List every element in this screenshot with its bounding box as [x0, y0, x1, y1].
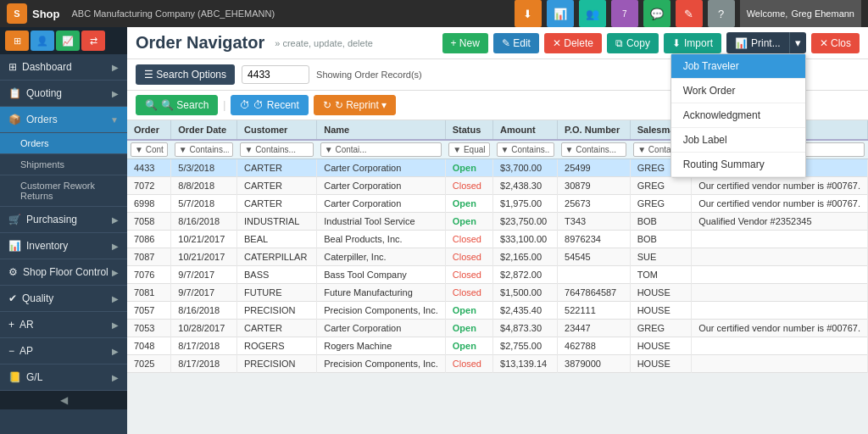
sidebar-sub-shipments[interactable]: Shipments	[0, 154, 127, 175]
sidebar-item-orders[interactable]: 📦Orders ▼	[0, 107, 127, 133]
search-icon: 🔍	[145, 99, 158, 111]
cell-po-number: 522111	[558, 302, 631, 320]
cell-amount: $4,873.30	[493, 320, 558, 337]
filter-cell-5[interactable]	[493, 140, 558, 159]
sidebar-icon-blue[interactable]: 👤	[31, 31, 54, 51]
sidebar-icon-orange[interactable]: ⊞	[5, 31, 29, 51]
search-button[interactable]: 🔍 🔍 Search	[136, 95, 218, 115]
filter-input-0[interactable]	[131, 142, 168, 157]
filter-cell-0[interactable]	[127, 140, 171, 159]
cell-name: Industrial Tool Service	[317, 213, 446, 231]
sidebar-item-quoting[interactable]: 📋Quoting ▶	[0, 81, 127, 107]
sidebar-item-shop-floor[interactable]: ⚙Shop Floor Control ▶	[0, 259, 127, 286]
sidebar-collapse-toggle[interactable]: ◀	[0, 391, 127, 409]
sidebar-sub-orders[interactable]: Orders	[0, 133, 127, 154]
people-icon[interactable]: 👥	[579, 0, 606, 27]
filter-input-4[interactable]	[448, 142, 489, 157]
page-title: Order Navigator	[136, 33, 264, 53]
cell-salesman: GREG	[630, 177, 692, 195]
filter-cell-1[interactable]	[171, 140, 237, 159]
table-row[interactable]: 705310/28/2017CARTERCarter CorporationOp…	[127, 320, 868, 337]
table-row[interactable]: 70578/16/2018PRECISIONPrecision Componen…	[127, 302, 868, 320]
sidebar-item-quality[interactable]: ✔Quality ▶	[0, 286, 127, 312]
showing-text: Showing Order Record(s)	[316, 70, 422, 80]
download-icon[interactable]: ⬇	[515, 0, 542, 27]
order-no-input[interactable]	[242, 65, 309, 84]
chat-icon[interactable]: 💬	[643, 0, 670, 27]
import-icon: ⬇	[672, 37, 681, 49]
reprint-button[interactable]: ↻ ↻ Reprint ▾	[314, 95, 396, 115]
sidebar-item-inventory[interactable]: 📊Inventory ▶	[0, 233, 127, 259]
table-row[interactable]: 69985/7/2018CARTERCarter CorporationOpen…	[127, 195, 868, 213]
col-header-amount: Amount	[493, 120, 558, 140]
help-icon[interactable]: ?	[708, 0, 735, 27]
badge-icon[interactable]: 7	[611, 0, 638, 27]
sidebar-item-purchasing[interactable]: 🛒Purchasing ▶	[0, 207, 127, 233]
copy-button[interactable]: ⧉ Copy	[607, 33, 659, 53]
close-button[interactable]: ✕ Clos	[811, 33, 860, 53]
sidebar-sub-customer-rework[interactable]: Customer Rework Returns	[0, 175, 127, 207]
sidebar-item-dashboard[interactable]: ⊞Dashboard ▶	[0, 54, 127, 81]
filter-cell-6[interactable]	[558, 140, 631, 159]
table-row[interactable]: 70488/17/2018ROGERSRogers MachineOpen$2,…	[127, 337, 868, 355]
cell-order: 7081	[127, 284, 171, 302]
cell-status: Closed	[445, 284, 492, 302]
print-dropdown-arrow[interactable]: ▾	[789, 32, 806, 53]
table-row[interactable]: 708610/21/2017BEALBeal Products, Inc.Clo…	[127, 231, 868, 248]
table-row[interactable]: 70819/7/2017FUTUREFuture ManufacturingCl…	[127, 284, 868, 302]
print-job-label[interactable]: Job Label	[671, 128, 805, 153]
cell-status: Open	[445, 337, 492, 355]
filter-input-6[interactable]	[561, 142, 627, 157]
app-logo: S	[7, 3, 27, 24]
cell-notes	[692, 302, 868, 320]
table-row[interactable]: 70728/8/2018CARTERCarter CorporationClos…	[127, 177, 868, 195]
cell-customer: CARTER	[236, 195, 316, 213]
app-name: Shop	[32, 8, 60, 20]
print-acknowledgment[interactable]: Acknowledgment	[671, 103, 805, 128]
sidebar-label-ap: AP	[19, 345, 33, 357]
sidebar-item-ap[interactable]: −AP ▶	[0, 338, 127, 364]
cell-order-date: 8/16/2018	[171, 213, 237, 231]
table-row[interactable]: 70769/7/2017BASSBass Tool CompanyClosed$…	[127, 266, 868, 284]
edit-button[interactable]: ✎ Edit	[493, 33, 539, 53]
cell-notes: Our certified vendor number is #00767.	[692, 177, 868, 195]
filter-cell-2[interactable]	[236, 140, 316, 159]
table-row[interactable]: 70258/17/2018PRECISIONPrecision Componen…	[127, 355, 868, 373]
sidebar-icon-red[interactable]: ⇄	[81, 31, 105, 51]
table-row[interactable]: 708710/21/2017CATERPILLARCaterpiller, In…	[127, 248, 868, 266]
new-button[interactable]: + New	[442, 33, 488, 53]
sidebar-icon-green[interactable]: 📈	[56, 31, 80, 51]
filter-input-1[interactable]	[175, 142, 234, 157]
cell-amount: $2,438.30	[493, 177, 558, 195]
table-row[interactable]: 70588/16/2018INDUSTRIALIndustrial Tool S…	[127, 213, 868, 231]
filter-input-3[interactable]	[320, 142, 442, 157]
print-job-traveler[interactable]: Job Traveler	[671, 54, 805, 79]
print-main-button[interactable]: 📊 Print...	[726, 32, 789, 53]
cell-po-number: 30879	[558, 177, 631, 195]
user-area[interactable]: Welcome, Greg Ehemann	[740, 0, 861, 27]
print-routing-summary[interactable]: Routing Summary	[671, 153, 805, 177]
delete-button[interactable]: ✕ Delete	[544, 33, 602, 53]
filter-cell-3[interactable]	[317, 140, 446, 159]
recent-button[interactable]: ⏱ ⏱ Recent	[231, 95, 308, 115]
import-button[interactable]: ⬇ Import	[664, 33, 721, 53]
cell-status: Closed	[445, 266, 492, 284]
filter-cell-4[interactable]	[445, 140, 492, 159]
filter-input-5[interactable]	[497, 142, 554, 157]
cell-amount: $33,100.00	[493, 231, 558, 248]
cell-amount: $1,975.00	[493, 195, 558, 213]
cell-salesman: GREG	[630, 195, 692, 213]
cell-name: Precision Components, Inc.	[317, 302, 446, 320]
sidebar-item-ar[interactable]: +AR ▶	[0, 312, 127, 338]
search-options-button[interactable]: ☰ Search Options	[136, 64, 235, 85]
cell-po-number: 8976234	[558, 231, 631, 248]
filter-input-2[interactable]	[240, 142, 313, 157]
print-work-order[interactable]: Work Order	[671, 79, 805, 103]
cell-amount: $2,872.00	[493, 266, 558, 284]
sidebar-item-gl[interactable]: 📒G/L ▶	[0, 364, 127, 391]
cell-status: Closed	[445, 177, 492, 195]
chart-icon[interactable]: 📊	[547, 0, 574, 27]
edit-icon[interactable]: ✎	[676, 0, 703, 27]
company-name: ABC Manufacturing Company (ABC_EHEMANN)	[72, 8, 275, 19]
cell-customer: BEAL	[236, 231, 316, 248]
